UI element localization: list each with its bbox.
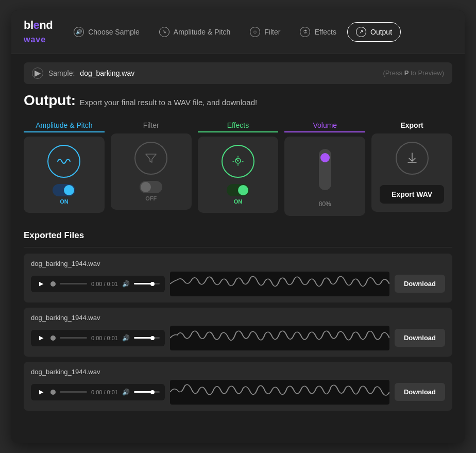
amplitude-icon-circle — [47, 145, 80, 178]
vol-slider-knob-1 — [150, 336, 155, 340]
export-wav-button[interactable]: Export WAV — [380, 185, 444, 204]
file-play-button-2[interactable]: ▶ — [36, 387, 46, 397]
vol-slider-knob-2 — [150, 390, 155, 394]
volume-slider[interactable] — [319, 149, 331, 190]
file-play-button-0[interactable]: ▶ — [36, 279, 46, 289]
output-icon: ↗ — [356, 27, 366, 37]
download-button-0[interactable]: Download — [395, 275, 445, 293]
tab-amplitude-pitch[interactable]: ∿ Amplitude & Pitch — [150, 22, 240, 42]
file-controls-0: ▶ 0:00 / 0:01 🔊 — [31, 272, 445, 296]
vol-slider-2[interactable] — [134, 391, 160, 393]
file-name-2: dog_barking_1944.wav — [31, 368, 445, 376]
progress-bar-1[interactable] — [60, 337, 87, 339]
export-box: Export WAV — [371, 133, 452, 212]
panels-row: Amplitude & Pitch ON — [24, 121, 452, 216]
panel-volume: Volume 80% — [284, 121, 365, 216]
vol-slider-0[interactable] — [134, 283, 160, 284]
effects-icon: ⚗ — [300, 27, 310, 37]
volume-icon-2: 🔊 — [122, 389, 130, 396]
amplitude-toggle-knob — [64, 185, 74, 195]
progress-dot-0 — [50, 281, 56, 287]
logo: blendwave — [24, 19, 53, 45]
panel-effects-label: Effects — [198, 121, 279, 132]
amplitude-toggle[interactable] — [53, 184, 75, 196]
file-item-0: dog_barking_1944.wav ▶ 0:00 / 0:01 🔊 — [24, 254, 452, 303]
volume-icon-1: 🔊 — [122, 334, 130, 342]
filter-icon: ⌽ — [250, 27, 260, 37]
header: blendwave 🔊 Choose Sample ∿ Amplitude & … — [11, 10, 465, 54]
download-button-1[interactable]: Download — [395, 329, 445, 347]
sample-bar: ▶ Sample: dog_barking.wav (Press P to Pr… — [24, 62, 452, 84]
exported-files-title: Exported Files — [24, 230, 452, 247]
amplitude-icon: ∿ — [159, 27, 169, 37]
file-name-0: dog_barking_1944.wav — [31, 260, 445, 267]
filter-icon-circle — [134, 142, 167, 175]
amplitude-pitch-box: ON — [24, 137, 105, 213]
preview-play-button[interactable]: ▶ — [32, 68, 43, 79]
panel-filter: Filter OFF — [111, 121, 192, 216]
audio-player-0: ▶ 0:00 / 0:01 🔊 — [31, 276, 165, 292]
choose-sample-icon: 🔊 — [74, 27, 84, 37]
time-label-2: 0:00 / 0:01 — [91, 389, 118, 395]
panel-export-label: Export — [400, 121, 423, 129]
main-content: Output: Export your final result to a WA… — [11, 92, 465, 428]
progress-dot-2 — [50, 390, 56, 395]
filter-toggle-container: OFF — [140, 181, 162, 202]
vol-slider-knob-0 — [150, 282, 155, 286]
tab-output[interactable]: ↗ Output — [347, 22, 401, 42]
effects-toggle-knob — [238, 185, 248, 195]
waveform-0 — [170, 272, 389, 296]
panel-export: Export Export WAV — [371, 121, 452, 216]
progress-dot-1 — [50, 335, 56, 341]
panel-filter-label: Filter — [143, 121, 159, 129]
amplitude-toggle-label: ON — [60, 198, 69, 205]
audio-player-1: ▶ 0:00 / 0:01 🔊 — [31, 330, 165, 346]
tab-effects[interactable]: ⚗ Effects — [291, 22, 345, 42]
panel-amplitude-pitch: Amplitude & Pitch ON — [24, 121, 105, 216]
filter-toggle-knob — [141, 182, 151, 192]
filter-box: OFF — [111, 133, 192, 210]
file-item-1: dog_barking_1944.wav ▶ 0:00 / 0:01 🔊 — [24, 308, 452, 357]
sample-bar-left: ▶ Sample: dog_barking.wav — [32, 68, 134, 79]
waveform-1 — [170, 326, 389, 350]
waveform-2 — [170, 380, 389, 405]
time-label-1: 0:00 / 0:01 — [91, 335, 118, 341]
logo-text: blendwave — [24, 19, 53, 45]
time-label-0: 0:00 / 0:01 — [91, 281, 118, 287]
volume-percentage: 80% — [319, 200, 331, 208]
audio-player-2: ▶ 0:00 / 0:01 🔊 — [31, 384, 165, 400]
volume-box: 80% — [284, 137, 365, 216]
effects-toggle-label: ON — [234, 198, 243, 205]
effects-toggle[interactable] — [227, 184, 249, 196]
sample-filename: dog_barking.wav — [80, 69, 134, 77]
effects-box: ON — [198, 137, 279, 213]
volume-icon-0: 🔊 — [122, 280, 130, 288]
sample-hint: (Press P to Preview) — [383, 69, 444, 77]
filter-toggle[interactable] — [140, 181, 162, 193]
file-controls-1: ▶ 0:00 / 0:01 🔊 — [31, 326, 445, 350]
file-item-2: dog_barking_1944.wav ▶ 0:00 / 0:01 🔊 — [24, 362, 452, 411]
volume-knob — [320, 153, 330, 162]
amplitude-toggle-container: ON — [53, 184, 75, 205]
tab-choose-sample[interactable]: 🔊 Choose Sample — [65, 22, 148, 42]
effects-icon-circle — [222, 145, 254, 178]
filter-toggle-label: OFF — [145, 195, 157, 202]
nav-tabs: 🔊 Choose Sample ∿ Amplitude & Pitch ⌽ Fi… — [65, 22, 401, 42]
page-title: Output: Export your final result to a WA… — [24, 92, 452, 109]
effects-toggle-container: ON — [227, 184, 249, 205]
panel-effects: Effects ON — [198, 121, 279, 216]
file-name-1: dog_barking_1944.wav — [31, 314, 445, 322]
vol-slider-1[interactable] — [134, 337, 160, 339]
exported-files-section: Exported Files dog_barking_1944.wav ▶ 0:… — [24, 230, 452, 411]
file-play-button-1[interactable]: ▶ — [36, 333, 46, 343]
download-button-2[interactable]: Download — [395, 383, 445, 401]
sample-label: Sample: — [48, 69, 75, 77]
export-icon-circle — [396, 142, 429, 175]
file-controls-2: ▶ 0:00 / 0:01 🔊 — [31, 380, 445, 405]
progress-bar-2[interactable] — [60, 391, 87, 393]
progress-bar-0[interactable] — [60, 283, 87, 284]
panel-volume-label: Volume — [284, 121, 365, 132]
panel-amplitude-label: Amplitude & Pitch — [24, 121, 105, 132]
tab-filter[interactable]: ⌽ Filter — [241, 22, 289, 42]
app-container: blendwave 🔊 Choose Sample ∿ Amplitude & … — [11, 10, 465, 443]
